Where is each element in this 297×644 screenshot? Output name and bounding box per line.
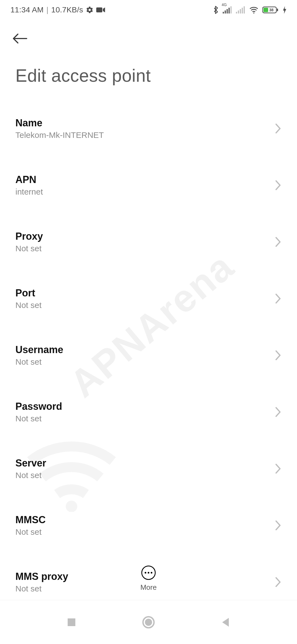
page-title: Edit access point: [0, 50, 297, 94]
svg-rect-9: [242, 8, 243, 13]
signal-4g-badge: 4G: [222, 2, 227, 7]
row-label: Name: [15, 117, 104, 129]
row-label: Proxy: [15, 231, 43, 242]
row-label: Username: [15, 344, 63, 356]
chevron-right-icon: [274, 180, 282, 191]
row-label: Server: [15, 457, 46, 469]
more-dots-icon: [141, 566, 156, 580]
arrow-left-icon: [12, 33, 28, 44]
app-bar: [0, 20, 297, 50]
row-value: Not set: [15, 357, 63, 367]
gear-icon: [86, 6, 94, 14]
svg-rect-2: [225, 10, 226, 13]
chevron-right-icon: [274, 463, 282, 474]
row-server[interactable]: Server Not set: [0, 448, 297, 489]
svg-rect-1: [223, 12, 224, 13]
svg-rect-5: [230, 6, 232, 13]
video-icon: [96, 7, 105, 13]
signal-sim1-icon: 4G: [223, 6, 232, 13]
battery-icon: 38: [262, 6, 279, 14]
wifi-icon: [249, 6, 258, 13]
svg-rect-18: [68, 618, 75, 626]
row-value: Not set: [15, 527, 46, 537]
status-bar: 11:34 AM | 10.7KB/s 4G ✕ 38: [0, 0, 297, 20]
row-value: Not set: [15, 244, 43, 253]
svg-point-12: [253, 12, 254, 13]
row-label: MMSC: [15, 514, 46, 526]
svg-rect-6: [236, 12, 237, 13]
status-left: 11:34 AM | 10.7KB/s: [10, 6, 105, 14]
svg-rect-14: [277, 9, 278, 11]
status-right: 4G ✕ 38: [213, 6, 287, 14]
svg-rect-15: [263, 8, 268, 12]
svg-rect-3: [227, 9, 228, 13]
chevron-right-icon: [274, 406, 282, 417]
back-triangle-icon: [221, 617, 230, 628]
row-name[interactable]: Name Telekom-Mk-INTERNET: [0, 108, 297, 149]
charging-bolt-icon: [283, 6, 287, 14]
chevron-right-icon: [274, 293, 282, 304]
row-mmsc[interactable]: MMSC Not set: [0, 505, 297, 546]
row-value: Telekom-Mk-INTERNET: [15, 130, 104, 140]
svg-rect-0: [96, 7, 102, 12]
nav-back-button[interactable]: [213, 610, 238, 635]
more-button[interactable]: More: [0, 566, 297, 592]
row-value: Not set: [15, 471, 46, 480]
settings-list: Name Telekom-Mk-INTERNET APN internet Pr…: [0, 94, 297, 603]
row-username[interactable]: Username Not set: [0, 335, 297, 376]
row-value: internet: [15, 187, 43, 197]
status-separator: |: [46, 6, 49, 14]
svg-text:✕: ✕: [244, 12, 245, 13]
row-password[interactable]: Password Not set: [0, 391, 297, 433]
bluetooth-icon: [213, 6, 219, 14]
back-button[interactable]: [9, 28, 31, 50]
status-clock: 11:34 AM: [10, 6, 44, 14]
chevron-right-icon: [274, 350, 282, 361]
home-circle-icon: [142, 616, 155, 629]
nav-recents-button[interactable]: [59, 610, 84, 635]
svg-rect-4: [229, 8, 230, 13]
chevron-right-icon: [274, 236, 282, 247]
row-proxy[interactable]: Proxy Not set: [0, 221, 297, 263]
row-label: Password: [15, 401, 62, 412]
nav-home-button[interactable]: [136, 610, 161, 635]
status-net-speed: 10.7KB/s: [51, 6, 83, 14]
row-label: APN: [15, 174, 43, 185]
row-value: Not set: [15, 414, 62, 423]
system-nav-bar: [0, 600, 297, 644]
row-apn[interactable]: APN internet: [0, 165, 297, 206]
row-value: Not set: [15, 301, 42, 310]
more-label: More: [140, 583, 156, 592]
chevron-right-icon: [274, 520, 282, 531]
row-port[interactable]: Port Not set: [0, 278, 297, 319]
row-label: Port: [15, 287, 42, 299]
svg-rect-7: [238, 10, 239, 13]
battery-pct-text: 38: [269, 8, 274, 12]
svg-rect-8: [240, 9, 241, 13]
recents-icon: [67, 617, 76, 627]
chevron-right-icon: [274, 123, 282, 134]
svg-point-20: [145, 619, 152, 626]
signal-sim2-icon: ✕: [236, 6, 245, 13]
